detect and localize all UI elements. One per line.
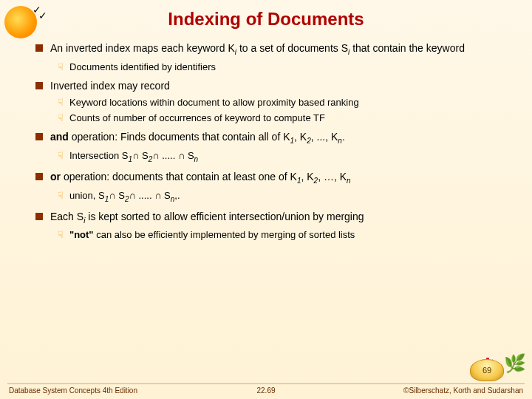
slide-title: Indexing of Documents	[0, 0, 532, 35]
sub-bullet: ☟ Counts of number of occurrences of key…	[58, 112, 505, 124]
palm-icon: 🌿	[504, 355, 519, 384]
sub-bullet: ☟ union, S1∩ S2∩ ..... ∩ Sn,.	[58, 190, 505, 204]
sub-text: Intersection S1∩ S2∩ ..... ∩ Sn	[69, 150, 505, 164]
sub-text: "not" can also be efficiently implemente…	[69, 229, 505, 241]
bullet-text: Inverted index may record	[50, 80, 505, 93]
slide-content: An inverted index maps each keyword Ki t…	[0, 42, 532, 241]
sub-text: union, S1∩ S2∩ ..... ∩ Sn,.	[69, 190, 505, 204]
slide-number-badge: 69	[470, 359, 504, 381]
bird-icon: ✓	[38, 10, 47, 21]
footer-center: 22.69	[180, 386, 352, 395]
bullet-icon	[35, 213, 43, 220]
sub-text: Documents identified by identifiers	[69, 61, 505, 73]
footer: Database System Concepts 4th Edition 22.…	[0, 386, 532, 395]
bullet-icon	[35, 44, 43, 52]
hand-icon: ☟	[58, 97, 64, 109]
sub-text: Counts of number of occurrences of keywo…	[69, 112, 505, 124]
sub-text: Keyword locations within document to all…	[69, 97, 505, 109]
bullet-item: and operation: Finds documents that cont…	[35, 131, 505, 146]
sub-bullet: ☟ "not" can also be efficiently implemen…	[58, 229, 505, 241]
bullet-item: Each Si is kept sorted to allow efficien…	[35, 211, 505, 226]
hand-icon: ☟	[58, 61, 64, 73]
bullet-text: Each Si is kept sorted to allow efficien…	[50, 211, 505, 226]
bullet-icon	[35, 173, 43, 180]
bullet-item: or operation: documents that contain at …	[35, 171, 505, 186]
hand-icon: ☟	[58, 190, 64, 202]
sub-bullet: ☟ Intersection S1∩ S2∩ ..... ∩ Sn	[58, 150, 505, 164]
hand-icon: ☟	[58, 150, 64, 162]
footer-divider	[7, 383, 525, 384]
sub-bullet: ☟ Keyword locations within document to a…	[58, 97, 505, 109]
footer-right: ©Silberschatz, Korth and Sudarshan	[352, 386, 523, 395]
footer-left: Database System Concepts 4th Edition	[9, 386, 180, 395]
bullet-item: An inverted index maps each keyword Ki t…	[35, 42, 505, 58]
bullet-icon	[35, 82, 43, 89]
hand-icon: ☟	[58, 229, 64, 241]
bullet-text: An inverted index maps each keyword Ki t…	[50, 42, 505, 58]
bullet-text: or operation: documents that contain at …	[50, 171, 505, 186]
sub-bullet: ☟ Documents identified by identifiers	[58, 61, 505, 73]
bullet-icon	[35, 133, 43, 140]
hand-icon: ☟	[58, 112, 64, 124]
bullet-item: Inverted index may record	[35, 80, 505, 93]
bullet-text: and operation: Finds documents that cont…	[50, 131, 505, 146]
